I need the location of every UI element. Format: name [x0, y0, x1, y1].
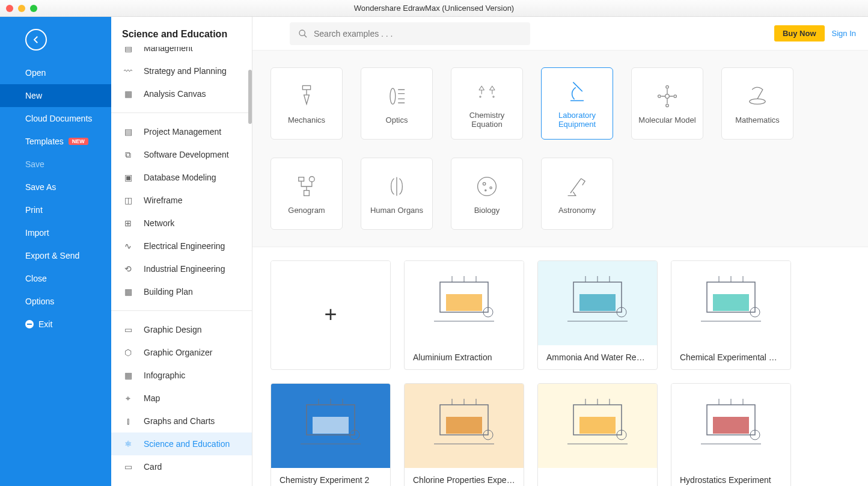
category-icon: ⟲: [122, 263, 134, 275]
tile-optics[interactable]: Optics: [361, 67, 433, 140]
sidebar-item-cloud-documents[interactable]: Cloud Documents: [0, 107, 111, 130]
svg-point-8: [666, 85, 668, 88]
category-item-form[interactable]: ☰Form: [111, 478, 252, 486]
category-item-electrical-engineering[interactable]: ∿Electrical Engineering: [111, 235, 252, 257]
plus-icon: +: [324, 302, 337, 327]
sidebar-item-new[interactable]: New: [0, 84, 111, 107]
category-item-wireframe[interactable]: ◫Wireframe: [111, 189, 252, 212]
tile-biology[interactable]: Biology: [451, 158, 523, 230]
sidebar-item-print[interactable]: Print: [0, 198, 111, 221]
sidebar-item-options[interactable]: Options: [0, 290, 111, 313]
template-thumbnail: +: [271, 261, 390, 368]
category-icon: ▤: [122, 47, 134, 54]
template-chemistry-experiment-[interactable]: Chemistry Experiment 2: [270, 383, 391, 486]
sidebar-item-label: Save As: [25, 182, 56, 192]
category-item-software-development[interactable]: ⧉Software Development: [111, 143, 252, 166]
svg-rect-35: [313, 417, 349, 434]
tile-mathematics[interactable]: Mathematics: [721, 67, 793, 140]
category-item-strategy-and-planning[interactable]: 〰Strategy and Planning: [111, 60, 252, 82]
sidebar-item-label: Cloud Documents: [25, 114, 92, 123]
category-item-industrial-engineering[interactable]: ⟲Industrial Engineering: [111, 257, 252, 280]
category-icon: ▦: [122, 88, 134, 100]
minimize-window-button[interactable]: [18, 5, 25, 12]
tile-icon: [474, 173, 500, 200]
sidebar-item-label: Options: [25, 297, 54, 306]
category-label: Software Development: [144, 150, 229, 159]
sidebar-item-label: Open: [25, 68, 46, 78]
sidebar-item-import[interactable]: Import: [0, 221, 111, 244]
template-chlorine-properties-experim-[interactable]: Chlorine Properties Experim…: [404, 383, 524, 486]
tile-label: Mathematics: [735, 115, 780, 125]
template-label: Chemical Experimental Facil…: [671, 345, 790, 369]
tile-label: Chemistry Equation: [456, 111, 518, 129]
category-icon: ⬡: [122, 346, 134, 358]
template-label: Aluminium Extraction: [405, 345, 524, 369]
sidebar-item-exit[interactable]: Exit: [0, 313, 111, 336]
maximize-window-button[interactable]: [30, 5, 37, 12]
sidebar-item-save[interactable]: Save: [0, 153, 111, 176]
category-icon: ▦: [122, 286, 134, 298]
tile-human-organs[interactable]: Human Organs: [361, 158, 433, 230]
category-item-science-and-education[interactable]: ⚛Science and Education: [111, 432, 252, 455]
sign-in-link[interactable]: Sign In: [832, 29, 856, 38]
topbar: Buy Now Sign In: [252, 17, 868, 51]
category-item-analysis-canvas[interactable]: ▦Analysis Canvas: [111, 82, 252, 105]
buy-now-button[interactable]: Buy Now: [774, 25, 825, 42]
template-scroll-area[interactable]: MechanicsOpticsChemistry EquationLaborat…: [252, 51, 868, 486]
svg-point-12: [309, 176, 314, 182]
category-item-building-plan[interactable]: ▦Building Plan: [111, 280, 252, 303]
category-label: Science and Education: [144, 439, 230, 449]
template-blank[interactable]: +: [270, 260, 391, 370]
template-hydrostatics-experiment[interactable]: Hydrostatics Experiment: [671, 383, 791, 486]
category-item-database-modeling[interactable]: ▣Database Modeling: [111, 166, 252, 189]
category-item-card[interactable]: ▭Card: [111, 455, 252, 478]
sidebar-item-export-send[interactable]: Export & Send: [0, 244, 111, 267]
category-label: Graphic Design: [144, 325, 202, 334]
close-window-button[interactable]: [6, 5, 13, 12]
category-label: Network: [144, 218, 174, 228]
sidebar-item-label: Print: [25, 205, 43, 215]
category-item-management[interactable]: ▤Management: [111, 47, 252, 60]
sidebar-item-save-as[interactable]: Save As: [0, 176, 111, 198]
tile-chemistry-equation[interactable]: Chemistry Equation: [451, 67, 523, 140]
category-item-graphs-and-charts[interactable]: ⫿Graphs and Charts: [111, 410, 252, 432]
sidebar-item-open[interactable]: Open: [0, 61, 111, 84]
category-label: Wireframe: [144, 195, 183, 205]
svg-rect-40: [446, 417, 482, 434]
category-item-graphic-design[interactable]: ▭Graphic Design: [111, 318, 252, 341]
sidebar-item-label: Import: [25, 228, 49, 238]
tile-molecular-model[interactable]: Molecular Model: [631, 67, 703, 140]
category-item-graphic-organizer[interactable]: ⬡Graphic Organizer: [111, 341, 252, 364]
template-ammonia-and-water-reacti-[interactable]: Ammonia And Water Reacti…: [537, 260, 658, 370]
scrollbar-thumb[interactable]: [248, 70, 252, 124]
sidebar-item-label: Exit: [38, 319, 52, 329]
template-item[interactable]: [537, 383, 658, 486]
category-item-map[interactable]: ⌖Map: [111, 387, 252, 410]
template-aluminium-extraction[interactable]: Aluminium Extraction: [404, 260, 524, 370]
category-label: Database Modeling: [144, 173, 216, 182]
tile-astronomy[interactable]: Astronomy: [541, 158, 613, 230]
tile-mechanics[interactable]: Mechanics: [270, 67, 343, 140]
template-chemical-experimental-facil-[interactable]: Chemical Experimental Facil…: [671, 260, 791, 370]
svg-point-14: [478, 177, 497, 195]
tile-label: Mechanics: [288, 115, 325, 125]
search-input[interactable]: [314, 29, 522, 38]
category-list[interactable]: ▤Management〰Strategy and Planning▦Analys…: [111, 47, 252, 486]
sidebar-item-templates[interactable]: TemplatesNEW: [0, 130, 111, 153]
category-label: Infographic: [144, 371, 185, 380]
tile-icon: [293, 83, 320, 109]
search-box[interactable]: [290, 22, 530, 45]
tile-laboratory-equipment[interactable]: Laboratory Equipment: [541, 67, 613, 140]
back-button[interactable]: [25, 29, 47, 51]
category-panel: Science and Education ▤Management〰Strate…: [111, 17, 252, 486]
category-item-project-management[interactable]: ▤Project Management: [111, 120, 252, 143]
category-label: Building Plan: [144, 287, 193, 297]
category-icon: ⌖: [122, 392, 134, 404]
tile-genogram[interactable]: Genogram: [270, 158, 343, 230]
category-item-network[interactable]: ⊞Network: [111, 212, 252, 235]
category-item-infographic[interactable]: ▦Infographic: [111, 364, 252, 387]
sidebar-item-close[interactable]: Close: [0, 267, 111, 290]
svg-point-4: [493, 96, 494, 97]
svg-rect-1: [302, 85, 310, 90]
category-icon: ▦: [122, 369, 134, 381]
